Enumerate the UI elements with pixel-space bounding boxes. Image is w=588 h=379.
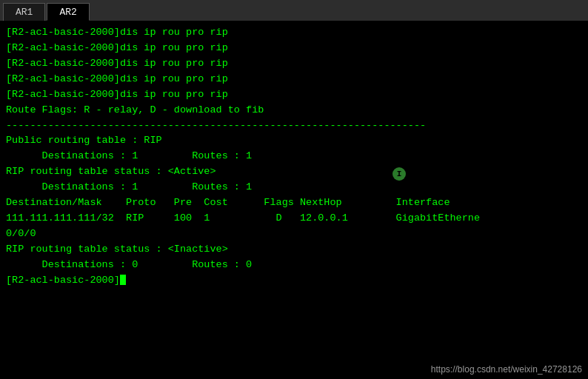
terminal-line: ----------------------------------------…	[6, 118, 582, 134]
terminal-line: 111.111.111.111/32 RIP 100 1 D 12.0.0.1 …	[6, 211, 582, 227]
input-cursor	[120, 275, 126, 285]
tab-ar2[interactable]: AR2	[47, 3, 89, 21]
terminal-line: Destination/Mask Proto Pre Cost Flags Ne…	[6, 195, 582, 211]
terminal-line: [R2-acl-basic-2000]dis ip rou pro rip	[6, 87, 582, 103]
terminal-line: Public routing table : RIP	[6, 133, 582, 149]
terminal-line: Destinations : 1 Routes : 1	[6, 180, 582, 195]
tab-bar: AR1 AR2	[0, 0, 588, 21]
terminal-line: Destinations : 0 Routes : 0	[6, 258, 582, 273]
tab-ar1[interactable]: AR1	[3, 3, 45, 21]
terminal-line: RIP routing table status : <Inactive>	[6, 242, 582, 258]
terminal-prompt: [R2-acl-basic-2000]	[6, 273, 582, 289]
cursor-indicator: I	[392, 167, 406, 181]
terminal-line: [R2-acl-basic-2000]dis ip rou pro rip	[6, 25, 582, 41]
terminal-line: 0/0/0	[6, 227, 582, 242]
terminal-line: [R2-acl-basic-2000]dis ip rou pro rip	[6, 56, 582, 72]
terminal-line: RIP routing table status : <Active>	[6, 164, 582, 180]
watermark: https://blog.csdn.net/weixin_42728126	[431, 364, 582, 375]
terminal[interactable]: [R2-acl-basic-2000]dis ip rou pro rip[R2…	[0, 21, 588, 379]
terminal-line: [R2-acl-basic-2000]dis ip rou pro rip	[6, 72, 582, 87]
terminal-line: Route Flags: R - relay, D - download to …	[6, 103, 582, 118]
terminal-line: [R2-acl-basic-2000]dis ip rou pro rip	[6, 41, 582, 56]
terminal-line: Destinations : 1 Routes : 1	[6, 149, 582, 164]
